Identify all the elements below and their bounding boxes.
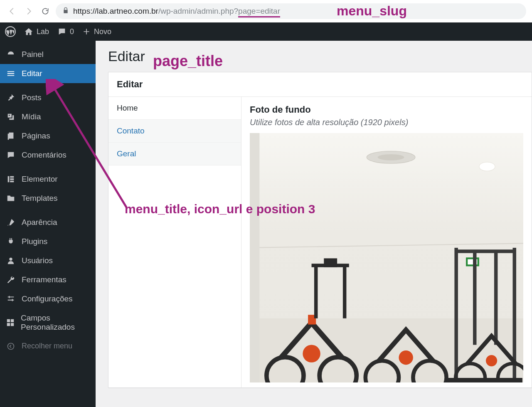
elementor-icon <box>6 175 16 184</box>
plug-icon <box>6 237 16 246</box>
brush-icon <box>6 218 16 227</box>
tab-geral[interactable]: Geral <box>108 143 241 165</box>
adminbar-new[interactable]: Novo <box>82 27 111 36</box>
tab-list: HomeContatoGeral <box>108 97 241 387</box>
svg-rect-5 <box>10 181 14 183</box>
svg-point-24 <box>303 345 320 362</box>
sidebar-item-comentários[interactable]: Comentários <box>0 146 96 165</box>
home-icon <box>24 27 33 36</box>
sidebar-item-label: Templates <box>22 194 58 203</box>
reload-icon <box>41 7 49 15</box>
svg-rect-3 <box>10 176 14 178</box>
sidebar-item-label: Posts <box>22 93 42 102</box>
menu-icon <box>6 69 16 78</box>
tab-home[interactable]: Home <box>108 97 241 120</box>
adminbar-site[interactable]: Lab <box>24 27 49 36</box>
wp-logo[interactable] <box>5 26 16 37</box>
sidebar-item-mídia[interactable]: Mídia <box>0 107 96 126</box>
user-icon <box>6 256 16 265</box>
sidebar-item-elementor[interactable]: Elementor <box>0 170 96 189</box>
tab-contato[interactable]: Contato <box>108 120 241 143</box>
field-label: Foto de fundo <box>250 104 523 115</box>
url-text: https://lab.artneo.com.br/wp-admin/admin… <box>73 7 280 16</box>
metabox-title: Editar <box>108 72 532 97</box>
svg-point-30 <box>486 355 497 366</box>
browser-back-button[interactable] <box>6 5 18 17</box>
browser-url-bar[interactable]: https://lab.artneo.com.br/wp-admin/admin… <box>56 3 526 19</box>
wp-sidebar: PainelEditarPostsMídiaPáginasComentários… <box>0 41 96 407</box>
sidebar-item-label: Mídia <box>22 112 41 121</box>
svg-point-9 <box>378 154 404 160</box>
svg-rect-4 <box>10 178 14 180</box>
sidebar-item-label: Elementor <box>22 175 58 184</box>
svg-point-7 <box>8 343 14 349</box>
sidebar-item-páginas[interactable]: Páginas <box>0 126 96 146</box>
gym-photo-placeholder <box>250 133 523 382</box>
plus-icon <box>82 27 91 36</box>
arrow-right-icon <box>24 7 33 16</box>
collapse-icon <box>6 342 16 350</box>
pin-icon <box>6 93 16 102</box>
sidebar-item-label: Plugins <box>22 237 47 246</box>
browser-reload-button[interactable] <box>39 5 52 17</box>
svg-rect-35 <box>250 133 259 382</box>
folder-icon <box>6 194 16 203</box>
sidebar-item-label: Usuários <box>22 256 53 265</box>
arrow-left-icon <box>7 7 17 16</box>
sidebar-item-painel[interactable]: Painel <box>0 45 96 64</box>
sidebar-item-ferramentas[interactable]: Ferramentas <box>0 270 96 289</box>
image-preview[interactable] <box>250 133 523 382</box>
svg-line-11 <box>250 243 523 248</box>
media-icon <box>6 112 16 121</box>
dashboard-icon <box>6 50 16 59</box>
pages-icon <box>6 131 16 141</box>
field-description: Utilize fotos de alta resolução (1920 pi… <box>250 118 523 127</box>
adminbar-comments[interactable]: 0 <box>57 27 74 36</box>
sidebar-item-editar[interactable]: Editar <box>0 64 96 83</box>
svg-point-27 <box>399 350 413 365</box>
sidebar-collapse-label: Recolher menu <box>22 342 72 350</box>
sidebar-collapse[interactable]: Recolher menu <box>0 337 96 355</box>
sidebar-item-label: Ferramentas <box>22 275 66 284</box>
wp-content: Editar Editar HomeContatoGeral Foto de f… <box>96 41 532 407</box>
sidebar-item-label: Configurações <box>22 294 73 303</box>
sidebar-item-label: Campos Personalizados <box>21 313 90 332</box>
page-title: Editar <box>108 48 532 64</box>
metabox-editar: Editar HomeContatoGeral Foto de fundo Ut… <box>108 72 532 388</box>
sidebar-item-campos-personalizados[interactable]: Campos Personalizados <box>0 308 96 337</box>
grid-icon <box>6 318 15 327</box>
sidebar-item-label: Editar <box>22 69 42 78</box>
sidebar-item-configurações[interactable]: Configurações <box>0 289 96 308</box>
adminbar-site-name: Lab <box>37 27 49 36</box>
browser-toolbar: https://lab.artneo.com.br/wp-admin/admin… <box>0 0 532 22</box>
sidebar-item-label: Aparência <box>22 218 57 227</box>
sidebar-item-label: Comentários <box>22 150 66 160</box>
wp-adminbar: Lab 0 Novo <box>0 22 532 41</box>
sidebar-item-aparência[interactable]: Aparência <box>0 213 96 232</box>
sliders-icon <box>6 294 16 303</box>
sidebar-item-label: Painel <box>22 50 44 59</box>
sidebar-item-label: Páginas <box>22 131 50 141</box>
sidebar-item-usuários[interactable]: Usuários <box>0 251 96 270</box>
wordpress-icon <box>5 26 16 37</box>
lock-icon <box>62 7 69 16</box>
svg-rect-34 <box>324 258 337 267</box>
svg-point-6 <box>9 258 12 261</box>
wrench-icon <box>6 275 16 284</box>
comment-icon <box>57 27 66 36</box>
comment-icon <box>6 150 16 160</box>
adminbar-new-label: Novo <box>94 27 111 36</box>
sidebar-item-plugins[interactable]: Plugins <box>0 232 96 251</box>
sidebar-item-templates[interactable]: Templates <box>0 189 96 208</box>
tab-panel-home: Foto de fundo Utilize fotos de alta reso… <box>241 97 532 387</box>
adminbar-comments-count: 0 <box>70 27 74 36</box>
browser-forward-button[interactable] <box>22 5 35 17</box>
svg-point-10 <box>479 162 495 171</box>
svg-rect-2 <box>8 176 10 183</box>
sidebar-item-posts[interactable]: Posts <box>0 88 96 107</box>
svg-point-1 <box>9 115 10 116</box>
